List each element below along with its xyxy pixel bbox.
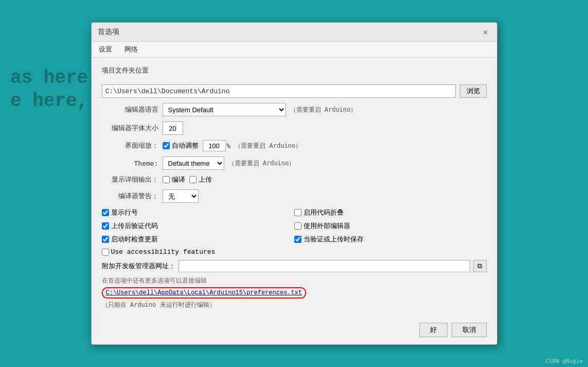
accessibility-checkbox[interactable] — [102, 249, 109, 256]
accessibility-label: Use accessibility features — [111, 248, 216, 256]
preferences-dialog: 首选项 × 设置 网络 项目文件夹位置 浏览 编辑器语言 System Defa… — [91, 22, 497, 345]
save-on-verify-wrap[interactable]: 当验证或上传时保存 — [294, 235, 487, 244]
additional-boards-label: 附加开发板管理器网址： — [102, 261, 175, 271]
external-editor-checkbox[interactable] — [294, 222, 301, 230]
prefs-file-row: C:\Users\dell\AppData\Local\Arduino15\pr… — [102, 287, 487, 299]
verify-after-upload-wrap[interactable]: 上传后验证代码 — [102, 221, 294, 231]
cancel-button[interactable]: 取消 — [452, 323, 487, 337]
project-folder-label: 项目文件夹位置 — [102, 66, 149, 75]
verbose-row: 显示详细输出： 编译 上传 — [102, 175, 487, 184]
show-line-numbers-checkbox[interactable] — [102, 209, 109, 216]
compiler-warning-select[interactable]: 无 默认 更多 全部 — [163, 189, 199, 203]
auto-adjust-checkbox-wrap[interactable]: 自动调整 — [163, 141, 199, 150]
editor-lang-select[interactable]: System Default — [163, 103, 286, 116]
verbose-label: 显示详细输出： — [102, 175, 158, 184]
dialog-overlay: 首选项 × 设置 网络 项目文件夹位置 浏览 编辑器语言 System Defa… — [0, 0, 588, 367]
compile-checkbox-wrap[interactable]: 编译 — [163, 175, 185, 184]
upload-checkbox[interactable] — [189, 176, 197, 183]
editor-fontsize-input[interactable] — [163, 121, 183, 135]
additional-boards-input[interactable] — [179, 260, 470, 272]
check-updates-wrap[interactable]: 启动时检查更新 — [102, 235, 294, 244]
button-row: 好 取消 — [92, 318, 497, 344]
save-on-verify-checkbox[interactable] — [294, 236, 301, 243]
title-bar: 首选项 × — [92, 23, 497, 42]
compiler-warning-row: 编译器警告： 无 默认 更多 全部 — [102, 189, 487, 203]
code-folding-label: 启用代码折叠 — [304, 208, 344, 217]
editor-lang-row: 编辑器语言 System Default （需要重启 Arduino） — [102, 103, 487, 116]
copy-url-button[interactable]: ⧉ — [473, 260, 487, 272]
interface-scale-label: 界面缩放： — [102, 141, 158, 150]
code-folding-wrap[interactable]: 启用代码折叠 — [294, 208, 487, 217]
editor-fontsize-label: 编辑器字体大小 — [102, 124, 158, 133]
note-text: （只能在 Arduino 未运行时进行编辑） — [102, 301, 487, 309]
theme-label: Theme: — [102, 160, 158, 167]
menu-network[interactable]: 网络 — [122, 44, 140, 55]
theme-hint: （需要重启 Arduino） — [228, 159, 295, 168]
upload-label: 上传 — [199, 175, 212, 184]
verify-after-upload-label: 上传后验证代码 — [111, 221, 158, 231]
theme-row: Theme: Default theme （需要重启 Arduino） — [102, 156, 487, 170]
scale-hint: （需要重启 Arduino） — [235, 142, 301, 150]
auto-adjust-label: 自动调整 — [172, 141, 199, 150]
auto-adjust-checkbox[interactable] — [163, 142, 170, 149]
compile-label: 编译 — [172, 175, 185, 184]
project-folder-input[interactable] — [102, 84, 456, 98]
close-button[interactable]: × — [480, 27, 491, 37]
checkboxes-right-col: 启用代码折叠 使用外部编辑器 当验证或上传时保存 — [294, 208, 487, 256]
menu-bar: 设置 网络 — [92, 42, 497, 58]
dialog-content: 项目文件夹位置 浏览 编辑器语言 System Default （需要重启 Ar… — [92, 58, 497, 318]
save-on-verify-label: 当验证或上传时保存 — [304, 235, 364, 244]
ok-button[interactable]: 好 — [419, 323, 448, 337]
accessibility-wrap[interactable]: Use accessibility features — [102, 248, 294, 256]
project-folder-input-row: 浏览 — [102, 84, 487, 98]
editor-lang-hint: （需要重启 Arduino） — [290, 106, 357, 114]
prefs-file-link[interactable]: C:\Users\dell\AppData\Local\Arduino15\pr… — [102, 287, 307, 299]
scale-input[interactable] — [203, 140, 226, 151]
editor-lang-label: 编辑器语言 — [102, 105, 158, 114]
compiler-warning-label: 编译器警告： — [102, 191, 158, 201]
check-updates-checkbox[interactable] — [102, 236, 109, 243]
info-text: 在首选项中还有更多选项可以直接编辑 — [102, 276, 487, 285]
additional-boards-row: 附加开发板管理器网址： ⧉ — [102, 260, 487, 272]
percent-symbol: % — [227, 142, 231, 150]
upload-checkbox-wrap[interactable]: 上传 — [189, 175, 212, 184]
external-editor-label: 使用外部编辑器 — [304, 221, 350, 231]
compile-checkbox[interactable] — [163, 176, 170, 183]
checkboxes-section: 显示行号 上传后验证代码 启动时检查更新 Use accessibility f… — [102, 208, 487, 256]
code-folding-checkbox[interactable] — [294, 209, 301, 216]
browse-button[interactable]: 浏览 — [460, 84, 487, 98]
project-folder-row: 项目文件夹位置 — [102, 66, 487, 79]
verify-after-upload-checkbox[interactable] — [102, 222, 109, 230]
menu-settings[interactable]: 设置 — [97, 44, 114, 55]
show-line-numbers-label: 显示行号 — [111, 208, 138, 217]
editor-fontsize-row: 编辑器字体大小 — [102, 121, 487, 135]
show-line-numbers-wrap[interactable]: 显示行号 — [102, 208, 294, 217]
theme-select[interactable]: Default theme — [163, 156, 224, 170]
dialog-title: 首选项 — [98, 27, 119, 37]
checkboxes-left-col: 显示行号 上传后验证代码 启动时检查更新 Use accessibility f… — [102, 208, 294, 256]
interface-scale-row: 界面缩放： 自动调整 % （需要重启 Arduino） — [102, 140, 487, 151]
check-updates-label: 启动时检查更新 — [111, 235, 158, 244]
external-editor-wrap[interactable]: 使用外部编辑器 — [294, 221, 487, 231]
percent-wrapper: % — [203, 140, 231, 151]
